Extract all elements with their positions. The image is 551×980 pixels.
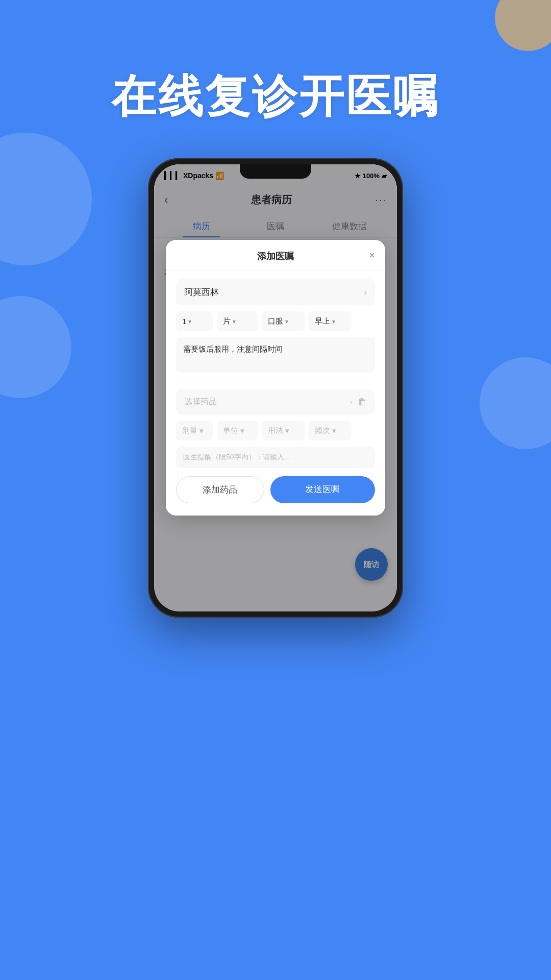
drug2-quantity-chevron: ▾	[199, 426, 204, 435]
drug2-method-placeholder: 用法	[268, 426, 283, 435]
decorative-circle-2	[0, 296, 71, 398]
drug1-method-chevron: ▾	[285, 318, 288, 325]
modal-title: 添加医嘱	[257, 250, 294, 262]
drug1-time-select[interactable]: 早上 ▾	[309, 311, 352, 331]
phone-screen: ▎▎▎ XDpacks 📶 9:41 AM ★ 100% ▰ ‹ 患者病历 ··…	[154, 164, 397, 611]
drug2-quantity-select[interactable]: 剂量 ▾	[176, 421, 213, 440]
drug1-dosage-row: 1 ▾ 片 ▾ 口服 ▾ 早	[176, 311, 375, 331]
drug1-select-row[interactable]: 阿莫西林 ›	[176, 279, 375, 305]
drug2-frequency-select[interactable]: 频次 ▾	[309, 421, 352, 440]
drug1-quantity-select[interactable]: 1 ▾	[176, 311, 213, 331]
drug1-method-value: 口服	[268, 316, 283, 326]
drug2-doctor-note-input[interactable]: 医生提醒（限50字内）：请输入...	[176, 447, 375, 468]
decorative-circle-3	[480, 357, 551, 449]
drug1-unit-select[interactable]: 片 ▾	[217, 311, 258, 331]
add-drug-button[interactable]: 添加药品	[176, 476, 264, 503]
drug2-unit-placeholder: 单位	[223, 426, 238, 435]
drug1-unit-value: 片	[223, 316, 231, 326]
drug2-method-chevron: ▾	[285, 426, 289, 435]
drug1-method-select[interactable]: 口服 ▾	[262, 311, 305, 331]
drug2-frequency-chevron: ▾	[332, 426, 336, 435]
drug2-method-select[interactable]: 用法 ▾	[262, 421, 305, 440]
drug2-unit-chevron: ▾	[240, 426, 244, 435]
drug2-delete-button[interactable]: 🗑	[358, 397, 367, 407]
drug1-quantity-chevron: ▾	[188, 318, 191, 325]
drug1-quantity-value: 1	[182, 317, 186, 326]
send-order-button[interactable]: 发送医嘱	[270, 476, 375, 503]
drug1-time-chevron: ▾	[332, 318, 335, 325]
drug2-select-row[interactable]: 选择药品 › 🗑	[176, 389, 375, 414]
drug1-time-value: 早上	[315, 316, 330, 326]
drug2-arrow-icon: ›	[349, 397, 353, 407]
drug2-icons: › 🗑	[349, 397, 367, 407]
modal-close-button[interactable]: ×	[369, 250, 375, 260]
drug1-unit-chevron: ▾	[233, 318, 236, 325]
modal-overlay: 添加医嘱 × 阿莫西林 › 1	[154, 164, 397, 611]
drug1-note-input[interactable]: 需要饭后服用，注意间隔时间	[176, 337, 375, 373]
hero-title: 在线复诊开医嘱	[0, 66, 551, 127]
drug2-dosage-row: 剂量 ▾ 单位 ▾ 用法 ▾	[176, 421, 375, 440]
section-divider	[176, 383, 375, 383]
drug1-name: 阿莫西林	[184, 286, 364, 298]
add-order-modal: 添加医嘱 × 阿莫西林 › 1	[166, 240, 385, 516]
modal-actions: 添加药品 发送医嘱	[166, 476, 385, 503]
drug1-arrow-icon: ›	[364, 287, 367, 298]
decorative-circle-top-right	[495, 0, 551, 51]
drug2-placeholder: 选择药品	[184, 397, 349, 407]
drug2-frequency-placeholder: 频次	[315, 426, 330, 435]
modal-header: 添加医嘱 ×	[166, 240, 385, 271]
decorative-circle-1	[0, 133, 92, 265]
drug2-quantity-placeholder: 剂量	[182, 426, 197, 435]
phone-mockup: ▎▎▎ XDpacks 📶 9:41 AM ★ 100% ▰ ‹ 患者病历 ··…	[148, 158, 403, 618]
modal-body: 阿莫西林 › 1 ▾ 片 ▾	[166, 271, 385, 468]
drug2-unit-select[interactable]: 单位 ▾	[217, 421, 258, 440]
phone-outer: ▎▎▎ XDpacks 📶 9:41 AM ★ 100% ▰ ‹ 患者病历 ··…	[148, 158, 403, 618]
